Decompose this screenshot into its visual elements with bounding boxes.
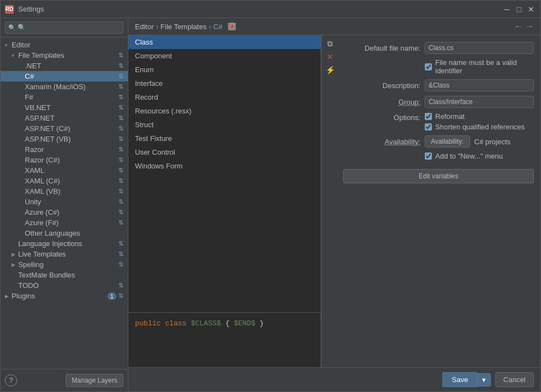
template-test-fixture-label: Test Fixture — [135, 134, 172, 143]
breadcrumb-pin-icon: 📌 — [228, 23, 236, 30]
sidebar-item-razor[interactable]: Razor ⇅ — [1, 144, 128, 155]
bottom-bar: Save ▼ Cancel — [128, 367, 540, 391]
sidebar-item-xaml-vb[interactable]: XAML (VB) ⇅ — [1, 186, 128, 197]
help-button[interactable]: ? — [5, 374, 17, 386]
template-item-user-control[interactable]: User Control — [128, 145, 321, 159]
cancel-button[interactable]: Cancel — [495, 372, 534, 387]
template-item-struct[interactable]: Struct — [128, 118, 321, 132]
sidebar-item-spelling[interactable]: ▶ Spelling ⇅ — [1, 259, 128, 270]
plugins-merge-icon: ⇅ — [118, 292, 123, 300]
sidebar-item-vbnet[interactable]: VB.NET ⇅ — [1, 102, 128, 113]
toolbar-copy-button[interactable]: ⧉ — [324, 37, 336, 50]
minimize-button[interactable]: ─ — [502, 4, 512, 14]
azure-csharp-merge-icon: ⇅ — [118, 209, 123, 216]
sidebar-item-fsharp[interactable]: F# ⇅ — [1, 92, 128, 102]
sidebar-item-xaml-csharp[interactable]: XAML (C#) ⇅ — [1, 176, 128, 186]
right-panel: Editor › File Templates › C# 📌 ← → — [128, 18, 540, 391]
toolbar-lightning-button[interactable]: ⚡ — [324, 64, 336, 76]
group-input[interactable] — [425, 96, 534, 108]
sidebar-item-other-languages[interactable]: Other Languages — [1, 228, 128, 238]
live-templates-merge-icon: ⇅ — [118, 251, 123, 258]
save-button[interactable]: Save — [442, 372, 477, 387]
sidebar-item-xamarin[interactable]: Xamarin (Mac/iOS) ⇅ — [1, 81, 128, 92]
aspnet-csharp-merge-icon: ⇅ — [118, 125, 123, 132]
properties-panel: Default file name: File name must be a v… — [337, 35, 540, 367]
search-wrapper: 🔍 — [5, 21, 123, 34]
close-button[interactable]: ✕ — [526, 4, 536, 14]
xaml-csharp-label: XAML (C#) — [25, 177, 116, 185]
toolbar-delete-button[interactable]: ✕ — [324, 51, 336, 63]
options-row: Options: Reformat Shorten qualified refe… — [343, 112, 534, 131]
nav-forward-button[interactable]: → — [525, 21, 534, 31]
shorten-qualified-checkbox[interactable] — [425, 123, 432, 130]
shorten-qualified-label: Shorten qualified references — [435, 123, 525, 131]
fsharp-label: F# — [25, 93, 116, 101]
group-label: Group: — [343, 98, 420, 106]
sidebar-item-todo[interactable]: TODO ⇅ — [1, 280, 128, 291]
template-item-test-fixture[interactable]: Test Fixture — [128, 132, 321, 145]
template-item-component[interactable]: Component — [128, 49, 321, 63]
sidebar-item-azure-fsharp[interactable]: Azure (F#) ⇅ — [1, 217, 128, 228]
content-area: Class Component Enum Interface Record — [128, 35, 540, 367]
sidebar-item-aspnet-csharp[interactable]: ASP.NET (C#) ⇅ — [1, 123, 128, 134]
template-preview: public class $CLASS$ { $END$ } — [128, 312, 321, 367]
template-item-class[interactable]: Class — [128, 35, 321, 49]
template-item-enum[interactable]: Enum — [128, 63, 321, 77]
availability-row: Availability: Availability: C# projects — [343, 135, 534, 148]
sidebar-item-unity[interactable]: Unity ⇅ — [1, 197, 128, 207]
unity-label: Unity — [25, 198, 116, 206]
todo-merge-icon: ⇅ — [118, 282, 123, 289]
template-item-record[interactable]: Record — [128, 90, 321, 104]
xamarin-merge-icon: ⇅ — [118, 83, 123, 90]
sidebar-item-editor[interactable]: ▾ Editor — [1, 40, 128, 50]
spelling-merge-icon: ⇅ — [118, 261, 123, 268]
save-group: Save ▼ — [442, 372, 491, 387]
sidebar-item-textmate-bundles[interactable]: TextMate Bundles — [1, 270, 128, 280]
sidebar-item-net[interactable]: .NET ⇅ — [1, 61, 128, 71]
save-dropdown-button[interactable]: ▼ — [477, 373, 491, 386]
sidebar-item-aspnet[interactable]: ASP.NET ⇅ — [1, 113, 128, 123]
edit-variables-button[interactable]: Edit variables — [343, 169, 534, 183]
sidebar-item-aspnet-vb[interactable]: ASP.NET (VB) ⇅ — [1, 134, 128, 144]
toolbar: ⧉ ✕ ⚡ — [321, 35, 337, 367]
editor-label: Editor — [12, 41, 123, 49]
default-file-name-input[interactable] — [425, 42, 534, 54]
vbnet-label: VB.NET — [25, 104, 116, 112]
sidebar-item-razor-csharp[interactable]: Razor (C#) ⇅ — [1, 155, 128, 165]
description-input[interactable] — [425, 79, 534, 91]
plugins-label: Plugins — [12, 292, 105, 300]
template-class-label: Class — [135, 38, 153, 46]
manage-layers-button[interactable]: Manage Layers — [66, 374, 123, 387]
maximize-button[interactable]: □ — [514, 4, 524, 14]
preview-kw-class: class — [165, 319, 187, 328]
sidebar-item-language-injections[interactable]: Language Injections ⇅ — [1, 238, 128, 249]
file-templates-merge-icon: ⇅ — [118, 52, 123, 59]
sidebar-item-azure-csharp[interactable]: Azure (C#) ⇅ — [1, 207, 128, 217]
nav-back-button[interactable]: ← — [514, 21, 523, 31]
plugins-badge: 1 — [107, 292, 116, 300]
reformat-checkbox[interactable] — [425, 113, 432, 120]
file-name-identifier-checkbox[interactable] — [425, 63, 432, 70]
template-item-resources[interactable]: Resources (.resx) — [128, 104, 321, 118]
xaml-csharp-merge-icon: ⇅ — [118, 177, 123, 184]
sidebar-item-csharp[interactable]: C# ⇅ — [1, 71, 128, 81]
spelling-arrow: ▶ — [12, 262, 18, 268]
template-component-label: Component — [135, 52, 172, 60]
azure-csharp-label: Azure (C#) — [25, 208, 116, 216]
template-item-windows-form[interactable]: Windows Form — [128, 159, 321, 173]
add-to-new-menu-checkbox[interactable] — [425, 153, 432, 160]
sidebar-item-plugins[interactable]: ▶ Plugins 1 ⇅ — [1, 291, 128, 301]
template-user-control-label: User Control — [135, 148, 175, 156]
default-file-name-row: Default file name: — [343, 42, 534, 54]
textmate-bundles-label: TextMate Bundles — [18, 271, 123, 279]
sidebar-item-xaml[interactable]: XAML ⇅ — [1, 165, 128, 176]
availability-button[interactable]: Availability: — [425, 135, 470, 148]
sidebar-item-live-templates[interactable]: ▶ Live Templates ⇅ — [1, 249, 128, 259]
description-row: Description: — [343, 79, 534, 91]
razor-csharp-merge-icon: ⇅ — [118, 156, 123, 164]
template-item-interface[interactable]: Interface — [128, 77, 321, 90]
sidebar-item-file-templates[interactable]: ▾ File Templates ⇅ — [1, 50, 128, 61]
preview-kw-public: public — [135, 319, 161, 328]
search-input[interactable] — [5, 21, 123, 34]
settings-window: RD Settings ─ □ ✕ 🔍 ▾ Editor ▾ — [0, 0, 541, 392]
